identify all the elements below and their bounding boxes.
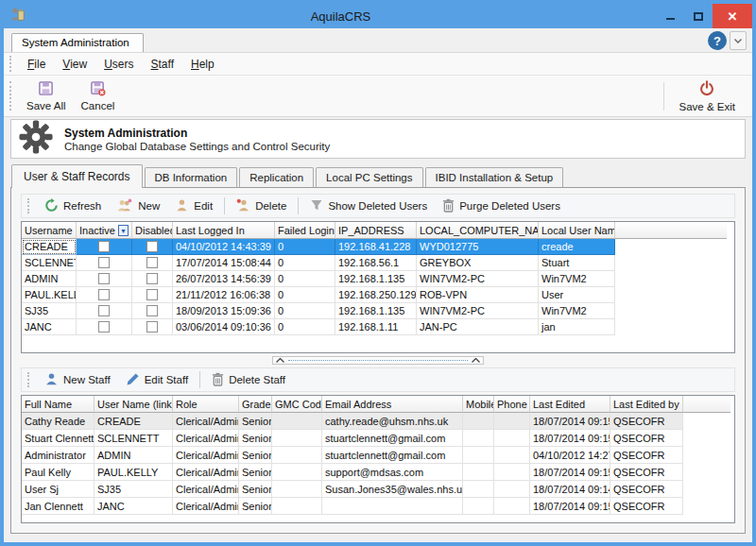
table-cell[interactable]: 03/06/2014 09:10:36 [173, 319, 275, 335]
table-cell[interactable]: Clerical/Admin [173, 481, 239, 498]
column-header[interactable]: GMC Code [272, 396, 322, 413]
tab-ibid-installation-setup[interactable]: IBID Installation & Setup [425, 167, 564, 187]
table-cell[interactable] [463, 464, 494, 481]
table-cell[interactable]: 18/07/2014 09:14 [530, 481, 610, 498]
toolbar-grip[interactable] [9, 56, 14, 71]
table-row[interactable]: JANC03/06/2014 09:10:360192.168.1.11JAN-… [22, 319, 734, 335]
table-cell[interactable]: 04/10/2012 14:43:39 [173, 239, 275, 255]
table-cell[interactable]: 0 [275, 303, 335, 319]
table-cell[interactable]: WYD012775 [417, 239, 539, 255]
delete-user-button[interactable]: Delete [229, 196, 294, 216]
table-cell[interactable]: 18/07/2014 09:15 [530, 430, 610, 447]
table-cell[interactable]: PAUL.KELLY [94, 464, 173, 481]
checkbox[interactable] [98, 257, 110, 268]
table-cell[interactable]: Senior [239, 430, 272, 447]
table-cell[interactable]: Senior [239, 447, 272, 464]
edit-staff-button[interactable]: Edit Staff [118, 370, 196, 390]
table-cell[interactable]: QSECOFR [610, 447, 683, 464]
table-cell[interactable]: ADMIN [94, 447, 173, 464]
table-row[interactable]: PAUL.KELLY21/11/2012 16:06:380192.168.25… [22, 287, 734, 303]
menu-help[interactable]: Help [182, 55, 223, 74]
table-cell[interactable]: QSECOFR [610, 498, 683, 515]
table-cell[interactable] [494, 481, 530, 498]
table-cell[interactable] [494, 413, 530, 430]
help-button[interactable]: ? [708, 31, 727, 50]
column-header[interactable]: Last Edited by [610, 396, 683, 413]
toolbar-grip[interactable] [27, 198, 32, 214]
table-cell[interactable]: 0 [275, 319, 335, 335]
table-cell[interactable]: Cathy Reade [22, 413, 94, 430]
table-cell[interactable]: stuartclennett@gmail.com [322, 447, 463, 464]
tab-system-administration[interactable]: System Administration [11, 33, 144, 52]
table-cell[interactable] [272, 481, 322, 498]
table-cell[interactable] [77, 319, 132, 335]
table-cell[interactable] [132, 239, 173, 255]
table-row[interactable]: Paul KellyPAUL.KELLYClerical/AdminSenior… [22, 464, 734, 481]
splitter-chevron-icon[interactable] [472, 358, 480, 363]
column-header[interactable]: Last Edited [530, 396, 610, 413]
table-cell[interactable] [322, 498, 463, 515]
table-cell[interactable]: QSECOFR [610, 481, 683, 498]
table-cell[interactable]: JANC [22, 319, 77, 335]
table-cell[interactable]: User Sj [22, 481, 94, 498]
table-cell[interactable]: WIN7VM2-PC [417, 303, 539, 319]
checkbox[interactable] [146, 289, 158, 300]
tab-list-dropdown-button[interactable] [730, 31, 747, 50]
table-cell[interactable]: Senior [239, 413, 272, 430]
table-cell[interactable]: 17/07/2014 15:08:44 [173, 255, 275, 271]
checkbox[interactable] [98, 289, 110, 300]
table-cell[interactable]: creade [539, 239, 615, 255]
table-cell[interactable]: 0 [275, 255, 335, 271]
checkbox[interactable] [146, 241, 158, 252]
close-button[interactable]: ✕ [713, 4, 752, 28]
splitter-chevron-icon[interactable] [276, 358, 284, 363]
show-deleted-users-button[interactable]: Show Deleted Users [302, 196, 435, 215]
checkbox[interactable] [98, 273, 110, 284]
table-row[interactable]: Cathy ReadeCREADEClerical/AdminSeniorcat… [22, 413, 734, 430]
table-cell[interactable] [494, 464, 530, 481]
column-header[interactable]: Username [22, 222, 77, 239]
delete-staff-button[interactable]: Delete Staff [204, 370, 293, 390]
table-cell[interactable] [132, 319, 173, 335]
column-header[interactable]: Failed Logins [275, 222, 335, 239]
tab-db-information[interactable]: DB Information [145, 167, 238, 187]
table-cell[interactable]: QSECOFR [610, 413, 683, 430]
table-cell[interactable] [77, 287, 132, 303]
table-row[interactable]: Stuart ClennettSCLENNETTClerical/AdminSe… [22, 430, 734, 447]
table-row[interactable]: SCLENNETT17/07/2014 15:08:440192.168.56.… [22, 255, 734, 271]
table-cell[interactable]: Senior [239, 498, 272, 515]
table-cell[interactable]: Win7VM2 [539, 303, 615, 319]
table-cell[interactable]: 192.168.1.135 [335, 271, 417, 287]
column-header[interactable]: Grade [239, 396, 272, 413]
table-cell[interactable] [494, 447, 530, 464]
table-cell[interactable]: Win7VM2 [539, 271, 615, 287]
checkbox[interactable] [98, 321, 110, 333]
table-cell[interactable]: Jan Clennett [22, 498, 94, 515]
table-cell[interactable] [463, 430, 494, 447]
column-header[interactable]: Local User Name [539, 222, 615, 239]
checkbox[interactable] [146, 321, 158, 333]
table-cell[interactable]: 192.168.56.1 [335, 255, 417, 271]
table-cell[interactable]: 26/07/2013 14:56:39 [173, 271, 275, 287]
table-cell[interactable]: 21/11/2012 16:06:38 [173, 287, 275, 303]
table-cell[interactable] [463, 498, 494, 515]
table-cell[interactable] [132, 255, 173, 271]
table-cell[interactable]: ADMIN [22, 271, 77, 287]
table-cell[interactable]: 192.168.41.228 [335, 239, 417, 255]
table-cell[interactable] [272, 464, 322, 481]
table-cell[interactable] [132, 271, 173, 287]
table-cell[interactable] [494, 430, 530, 447]
tab-user-staff-records[interactable]: User & Staff Records [11, 164, 143, 188]
column-header[interactable]: IP_ADDRESS [335, 222, 417, 239]
table-cell[interactable]: WIN7VM2-PC [417, 271, 539, 287]
grid-splitter[interactable] [21, 354, 735, 366]
new-user-button[interactable]: New [109, 196, 167, 216]
edit-user-button[interactable]: Edit [167, 196, 220, 216]
toolbar-grip[interactable] [27, 372, 32, 388]
checkbox[interactable] [146, 273, 158, 284]
table-cell[interactable]: Paul Kelly [22, 464, 94, 481]
table-cell[interactable]: 0 [275, 271, 335, 287]
tab-local-pc-settings[interactable]: Local PC Settings [316, 167, 422, 187]
column-header[interactable]: Last Logged In [173, 222, 275, 239]
save-all-button[interactable]: Save All [19, 78, 74, 113]
